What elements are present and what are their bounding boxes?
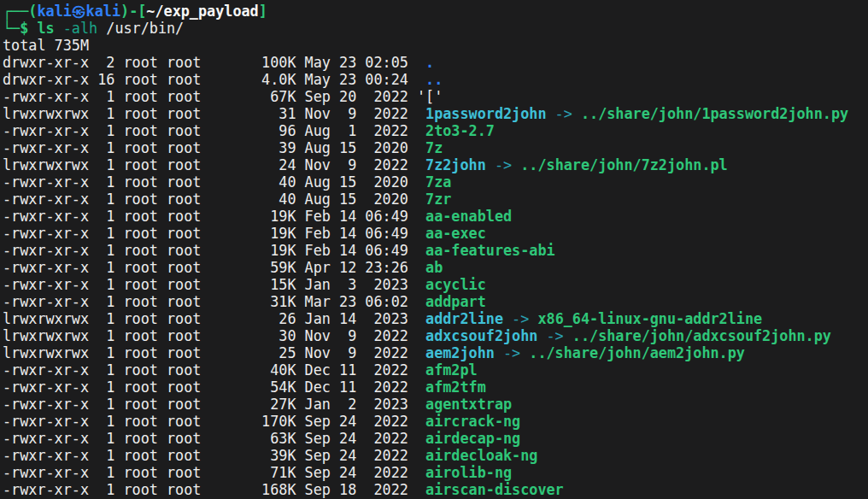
file-meta: -rwxr-xr-x 1 root root 39 Aug 15 2020 <box>3 139 425 156</box>
symlink-name: 1password2john <box>425 105 546 122</box>
symlink-name: adxcsouf2john <box>425 327 537 344</box>
space <box>28 20 37 37</box>
symlink-arrow: -> <box>547 105 581 122</box>
file-meta: -rwxr-xr-x 1 root root 40 Aug 15 2020 <box>3 173 425 191</box>
file-name: airdecap-ng <box>425 430 520 447</box>
file-row: -rwxr-xr-x 1 root root 40 Aug 15 2020 7z… <box>3 173 868 191</box>
symlink-target: ../share/john/1password2john.py <box>581 105 848 122</box>
file-row: lrwxrwxrwx 1 root root 26 Jan 14 2023 ad… <box>3 310 868 327</box>
space <box>97 20 106 37</box>
terminal-screen[interactable]: ┌──(kali㉿kali)-[~/exp_payload]└─$ ls -al… <box>0 0 868 499</box>
file-meta: -rwxr-xr-x 1 root root 96 Aug 1 2022 <box>3 122 425 139</box>
total-line: total 735M <box>3 37 868 54</box>
file-name: 7z <box>425 139 443 156</box>
file-row: -rwxr-xr-x 1 root root 39K Sep 24 2022 a… <box>3 447 868 464</box>
file-meta: drwxr-xr-x 2 root root 100K May 23 02:05 <box>3 54 425 71</box>
file-name: 7za <box>425 173 451 191</box>
file-meta: -rwxr-xr-x 1 root root 170K Sep 24 2022 <box>3 413 425 430</box>
file-name: 2to3-2.7 <box>425 122 495 139</box>
file-meta: lrwxrwxrwx 1 root root 25 Nov 9 2022 <box>3 344 425 361</box>
file-row: -rwxr-xr-x 1 root root 54K Dec 11 2022 a… <box>3 379 868 396</box>
command-name: ls <box>37 20 54 37</box>
prompt-frame-close: ] <box>259 3 267 20</box>
file-meta: -rwxr-xr-x 1 root root 54K Dec 11 2022 <box>3 379 425 396</box>
file-row: -rwxr-xr-x 1 root root 15K Jan 3 2023 ac… <box>3 276 868 293</box>
file-row: lrwxrwxrwx 1 root root 31 Nov 9 2022 1pa… <box>3 105 868 122</box>
file-meta: lrwxrwxrwx 1 root root 30 Nov 9 2022 <box>3 327 425 344</box>
file-meta: -rwxr-xr-x 1 root root 67K Sep 20 2022 <box>3 88 417 105</box>
file-name: afm2tfm <box>425 379 486 396</box>
file-row: -rwxr-xr-x 1 root root 96 Aug 1 2022 2to… <box>3 122 868 139</box>
file-row: -rwxr-xr-x 1 root root 67K Sep 20 2022 '… <box>3 88 868 105</box>
file-meta: -rwxr-xr-x 1 root root 39K Sep 24 2022 <box>3 447 425 464</box>
file-meta: lrwxrwxrwx 1 root root 26 Jan 14 2023 <box>3 310 425 327</box>
total-size: total 735M <box>3 37 89 54</box>
file-meta: -rwxr-xr-x 1 root root 40K Dec 11 2022 <box>3 361 425 379</box>
file-name: addpart <box>425 293 486 310</box>
file-row: lrwxrwxrwx 1 root root 25 Nov 9 2022 aem… <box>3 344 868 361</box>
symlink-target: ../share/john/7z2john.pl <box>520 156 727 173</box>
file-name: airscan-discover <box>425 481 564 498</box>
file-row: -rwxr-xr-x 1 root root 40 Aug 15 2020 7z… <box>3 191 868 208</box>
symlink-arrow: -> <box>537 327 572 344</box>
space <box>55 20 63 37</box>
file-meta: drwxr-xr-x 16 root root 4.0K May 23 00:2… <box>3 71 425 88</box>
file-meta: -rwxr-xr-x 1 root root 31K Mar 23 06:02 <box>3 293 425 310</box>
file-meta: -rwxr-xr-x 1 root root 19K Feb 14 06:49 <box>3 242 425 259</box>
prompt-line-1: ┌──(kali㉿kali)-[~/exp_payload] <box>3 3 868 20</box>
prompt-frame-open: ┌──( <box>3 3 37 20</box>
symlink-target: ../share/john/adxcsouf2john.py <box>572 327 831 344</box>
file-row: -rwxr-xr-x 1 root root 39 Aug 15 2020 7z <box>3 139 868 156</box>
file-meta: -rwxr-xr-x 1 root root 63K Sep 24 2022 <box>3 430 425 447</box>
file-row: drwxr-xr-x 16 root root 4.0K May 23 00:2… <box>3 71 868 88</box>
file-row: -rwxr-xr-x 1 root root 40K Dec 11 2022 a… <box>3 361 868 379</box>
symlink-name: aem2john <box>425 344 495 361</box>
file-meta: -rwxr-xr-x 1 root root 19K Feb 14 06:49 <box>3 208 425 225</box>
command-argument: /usr/bin/ <box>106 20 184 37</box>
file-row: -rwxr-xr-x 1 root root 31K Mar 23 06:02 … <box>3 293 868 310</box>
symlink-arrow: -> <box>495 344 529 361</box>
symlink-name: addr2line <box>425 310 503 327</box>
file-name: ab <box>425 259 443 276</box>
file-meta: -rwxr-xr-x 1 root root 40 Aug 15 2020 <box>3 191 425 208</box>
file-meta: lrwxrwxrwx 1 root root 24 Nov 9 2022 <box>3 156 425 173</box>
file-meta: -rwxr-xr-x 1 root root 168K Sep 18 2022 <box>3 481 425 498</box>
file-meta: lrwxrwxrwx 1 root root 31 Nov 9 2022 <box>3 105 425 122</box>
file-row: -rwxr-xr-x 1 root root 19K Feb 14 06:49 … <box>3 208 868 225</box>
symlink-target: x86_64-linux-gnu-addr2line <box>537 310 762 327</box>
file-name: aa-enabled <box>425 208 512 225</box>
file-name: '[' <box>417 88 443 105</box>
file-row: -rwxr-xr-x 1 root root 63K Sep 24 2022 a… <box>3 430 868 447</box>
symlink-arrow: -> <box>503 310 537 327</box>
symlink-arrow: -> <box>486 156 520 173</box>
dir-name: .. <box>425 71 443 88</box>
dir-name: . <box>425 54 434 71</box>
file-name: 7zr <box>425 191 451 208</box>
file-meta: -rwxr-xr-x 1 root root 19K Feb 14 06:49 <box>3 225 425 242</box>
file-row: -rwxr-xr-x 1 root root 19K Feb 14 06:49 … <box>3 225 868 242</box>
file-meta: -rwxr-xr-x 1 root root 71K Sep 24 2022 <box>3 464 425 481</box>
prompt-line-2: └─$ ls -alh /usr/bin/ <box>3 20 868 37</box>
file-name: aircrack-ng <box>425 413 520 430</box>
file-name: acyclic <box>425 276 486 293</box>
symlink-target: ../share/john/aem2john.py <box>529 344 745 361</box>
file-name: airolib-ng <box>425 464 512 481</box>
file-name: aa-exec <box>425 225 486 242</box>
file-row: drwxr-xr-x 2 root root 100K May 23 02:05… <box>3 54 868 71</box>
file-name: afm2pl <box>425 361 478 379</box>
prompt-cwd: ~/exp_payload <box>146 3 258 20</box>
file-row: -rwxr-xr-x 1 root root 19K Feb 14 06:49 … <box>3 242 868 259</box>
file-row: -rwxr-xr-x 1 root root 170K Sep 24 2022 … <box>3 413 868 430</box>
file-row: -rwxr-xr-x 1 root root 71K Sep 24 2022 a… <box>3 464 868 481</box>
file-meta: -rwxr-xr-x 1 root root 59K Apr 12 23:26 <box>3 259 425 276</box>
file-name: agentxtrap <box>425 396 512 413</box>
file-meta: -rwxr-xr-x 1 root root 15K Jan 3 2023 <box>3 276 425 293</box>
file-name: airdecloak-ng <box>425 447 537 464</box>
command-option: -alh <box>63 20 97 37</box>
file-row: -rwxr-xr-x 1 root root 27K Jan 2 2023 ag… <box>3 396 868 413</box>
prompt-user-host: kali㉿kali <box>37 3 120 20</box>
file-meta: -rwxr-xr-x 1 root root 27K Jan 2 2023 <box>3 396 425 413</box>
file-row: lrwxrwxrwx 1 root root 30 Nov 9 2022 adx… <box>3 327 868 344</box>
file-row: lrwxrwxrwx 1 root root 24 Nov 9 2022 7z2… <box>3 156 868 173</box>
file-row: -rwxr-xr-x 1 root root 59K Apr 12 23:26 … <box>3 259 868 276</box>
